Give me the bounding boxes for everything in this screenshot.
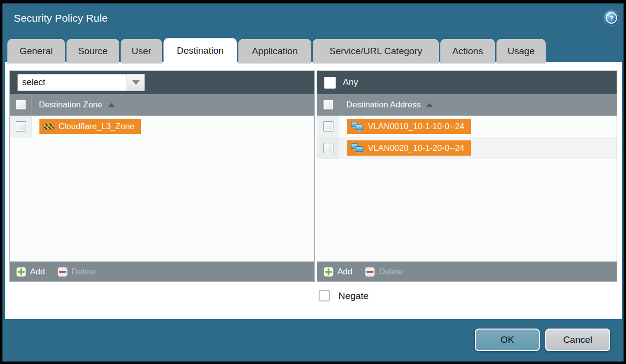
zone-filter-input[interactable] bbox=[17, 74, 127, 91]
network-icon bbox=[351, 143, 363, 153]
tab-bar: General Source User Destination Applicat… bbox=[7, 38, 546, 64]
cancel-button[interactable]: Cancel bbox=[545, 329, 610, 351]
zone-filter-combo bbox=[17, 74, 145, 91]
select-all-addresses-checkbox[interactable] bbox=[323, 99, 333, 110]
address-footer: Add Delete bbox=[317, 262, 617, 281]
delete-zone-button[interactable]: Delete bbox=[58, 267, 96, 277]
dialog-title: Security Policy Rule bbox=[14, 12, 108, 24]
security-policy-rule-dialog: Security Policy Rule ? General Source Us… bbox=[2, 3, 624, 362]
table-row: VLAN0020_10-1-20-0--24 bbox=[317, 137, 617, 159]
ok-button[interactable]: OK bbox=[475, 329, 540, 351]
tab-service-url-category[interactable]: Service/URL Category bbox=[313, 39, 439, 64]
delete-address-button[interactable]: Delete bbox=[365, 267, 403, 277]
tab-application[interactable]: Application bbox=[238, 39, 311, 64]
chevron-down-icon bbox=[132, 80, 140, 85]
any-address-checkbox[interactable] bbox=[324, 77, 336, 89]
destination-zone-panel: Destination Zone bbox=[9, 70, 315, 282]
zone-footer: Add Delete bbox=[10, 262, 314, 281]
destination-zone-column-header[interactable]: Destination Zone bbox=[39, 100, 115, 110]
address-item-vlan0010[interactable]: VLAN0010_10-1-10-0--24 bbox=[347, 119, 471, 134]
destination-address-panel: Any Destination Address bbox=[317, 70, 617, 282]
plus-icon bbox=[16, 267, 26, 277]
zone-list: Cloudflare_L3_Zone bbox=[10, 116, 314, 262]
tab-general[interactable]: General bbox=[7, 39, 65, 64]
address-column-header-row: Destination Address bbox=[317, 94, 617, 116]
network-icon bbox=[351, 122, 363, 132]
tab-usage[interactable]: Usage bbox=[496, 39, 546, 64]
zone-toolbar bbox=[10, 71, 314, 94]
help-icon[interactable]: ? bbox=[604, 11, 619, 25]
tab-user[interactable]: User bbox=[121, 39, 162, 64]
address-toolbar: Any bbox=[317, 71, 617, 94]
address-row-checkbox[interactable] bbox=[323, 121, 333, 132]
zone-filter-dropdown-button[interactable] bbox=[127, 74, 145, 91]
any-label: Any bbox=[343, 77, 358, 88]
add-zone-button[interactable]: Add bbox=[16, 267, 45, 277]
address-item-vlan0020[interactable]: VLAN0020_10-1-20-0--24 bbox=[347, 140, 471, 156]
table-row: Cloudflare_L3_Zone bbox=[10, 116, 314, 137]
plus-icon bbox=[324, 267, 333, 277]
address-row-checkbox[interactable] bbox=[323, 143, 333, 153]
table-row: VLAN0010_10-1-10-0--24 bbox=[317, 116, 617, 137]
minus-icon bbox=[58, 267, 67, 277]
zone-row-checkbox[interactable] bbox=[16, 121, 26, 132]
screen: Security Policy Rule ? General Source Us… bbox=[0, 0, 626, 364]
tab-source[interactable]: Source bbox=[66, 39, 119, 64]
help-glyph: ? bbox=[609, 14, 614, 22]
zone-column-header-row: Destination Zone bbox=[10, 94, 314, 116]
sort-ascending-icon bbox=[426, 103, 433, 107]
tab-actions[interactable]: Actions bbox=[440, 39, 495, 64]
negate-row: Negate bbox=[319, 290, 368, 301]
destination-address-column-header[interactable]: Destination Address bbox=[346, 100, 433, 110]
destination-tab-content: Destination Zone bbox=[5, 62, 622, 319]
sort-ascending-icon bbox=[108, 103, 115, 107]
negate-checkbox[interactable] bbox=[319, 290, 330, 301]
tab-destination[interactable]: Destination bbox=[164, 38, 237, 64]
zone-icon bbox=[43, 123, 54, 131]
add-address-button[interactable]: Add bbox=[324, 267, 352, 277]
zone-item-cloudflare-l3-zone[interactable]: Cloudflare_L3_Zone bbox=[39, 119, 141, 134]
address-list: VLAN0010_10-1-10-0--24 bbox=[317, 116, 617, 262]
negate-label: Negate bbox=[338, 291, 368, 301]
select-all-zones-checkbox[interactable] bbox=[16, 99, 26, 110]
minus-icon bbox=[365, 267, 375, 277]
